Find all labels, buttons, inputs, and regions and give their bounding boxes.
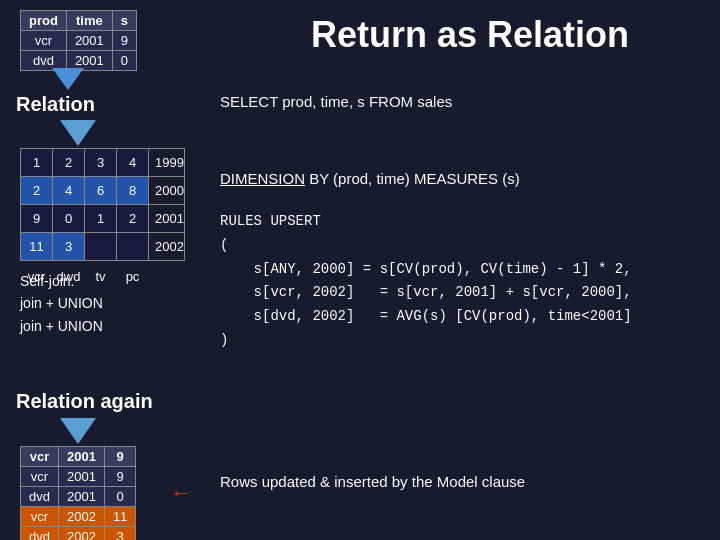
cell: 3 [85, 149, 117, 177]
year-1999: 1999 [149, 149, 185, 177]
cell-2002b: 2002 [58, 527, 104, 541]
cell [85, 233, 117, 261]
axis-pc: pc [117, 261, 149, 289]
cube-row-1999: 1 2 3 4 1999 [21, 149, 185, 177]
cube-grid: 1 2 3 4 1999 2 4 6 8 2000 9 0 1 2 2001 [20, 148, 185, 289]
cell: 0 [53, 205, 85, 233]
cell-0: 0 [104, 487, 135, 507]
cell-dvd-2002: dvd [21, 527, 59, 541]
bottom-row-dvd-2002: dvd 2002 3 [21, 527, 136, 541]
cell: 2 [21, 177, 53, 205]
bottom-table: vcr 2001 9 vcr 2001 9 dvd 2001 0 vcr 200… [20, 446, 136, 540]
cell: 2 [117, 205, 149, 233]
cell-9: 9 [104, 467, 135, 487]
cell-vcr-prod: vcr [21, 31, 67, 51]
cell-vcr-time: 2001 [66, 31, 112, 51]
cube-row-2002: 11 3 2002 [21, 233, 185, 261]
year-2002: 2002 [149, 233, 185, 261]
col-s: s [112, 11, 136, 31]
cell-2001b: 2001 [58, 487, 104, 507]
cell: 11 [21, 233, 53, 261]
cell-vcr: vcr [21, 467, 59, 487]
cell-2002a: 2002 [58, 507, 104, 527]
top-left-table: prod time s vcr 2001 9 dvd 2001 0 [20, 10, 137, 71]
cell: 6 [85, 177, 117, 205]
relation-again-label: Relation again [16, 390, 153, 413]
col-time: time [66, 11, 112, 31]
dimension-line: DIMENSION BY (prod, time) MEASURES (s) [220, 170, 520, 187]
cell-11: 11 [104, 507, 135, 527]
cube-row-2001: 9 0 1 2 2001 [21, 205, 185, 233]
selfjoin-line-3: join + UNION [20, 315, 103, 337]
arrow-relation-icon [60, 120, 96, 146]
rules-block: RULES UPSERT ( s[ANY, 2000] = s[CV(prod)… [220, 210, 632, 353]
dimension-keyword: DIMENSION [220, 170, 305, 187]
selfjoin-line-2: join + UNION [20, 292, 103, 314]
dimension-rest: BY (prod, time) MEASURES (s) [305, 170, 520, 187]
rows-updated-text: Rows updated & inserted by the Model cla… [220, 473, 525, 490]
selfjoin-line-1: Self-join. [20, 270, 103, 292]
bottom-row-vcr-2001: vcr 2001 9 [21, 467, 136, 487]
cube-table: 1 2 3 4 1999 2 4 6 8 2000 9 0 1 2 2001 [20, 148, 185, 289]
rules-line-5: s[dvd, 2002] = AVG(s) [CV(prod), time<20… [220, 305, 632, 329]
cell-dvd-s: 0 [112, 51, 136, 71]
bottom-col-s: 9 [104, 447, 135, 467]
selfjoin-text: Self-join. join + UNION join + UNION [20, 270, 103, 337]
table-row: vcr 2001 9 [21, 31, 137, 51]
cell: 4 [117, 149, 149, 177]
select-line: SELECT prod, time, s FROM sales [220, 93, 452, 110]
col-prod: prod [21, 11, 67, 31]
cell: 9 [21, 205, 53, 233]
cell: 4 [53, 177, 85, 205]
red-arrow-icon: ← [170, 480, 192, 506]
cell: 2 [53, 149, 85, 177]
cell-vcr-s: 9 [112, 31, 136, 51]
arrow-down-icon [52, 68, 84, 90]
relation-label: Relation [16, 93, 95, 116]
rules-line-3: s[ANY, 2000] = s[CV(prod), CV(time) - 1]… [220, 258, 632, 282]
page-title: Return as Relation [311, 14, 629, 56]
bottom-row-dvd-2001: dvd 2001 0 [21, 487, 136, 507]
bottom-col-time: 2001 [58, 447, 104, 467]
rules-line-1: RULES UPSERT [220, 210, 632, 234]
cell-vcr-2002: vcr [21, 507, 59, 527]
rules-line-6: ) [220, 329, 632, 353]
cube-row-2000: 2 4 6 8 2000 [21, 177, 185, 205]
cell: 1 [21, 149, 53, 177]
cell-2001: 2001 [58, 467, 104, 487]
bottom-row-vcr-2002: vcr 2002 11 [21, 507, 136, 527]
cell-3: 3 [104, 527, 135, 541]
rules-line-4: s[vcr, 2002] = s[vcr, 2001] + s[vcr, 200… [220, 281, 632, 305]
cell: 8 [117, 177, 149, 205]
cell-dvd: dvd [21, 487, 59, 507]
bottom-col-prod: vcr [21, 447, 59, 467]
year-2000: 2000 [149, 177, 185, 205]
header: Return as Relation [220, 0, 720, 70]
cell: 3 [53, 233, 85, 261]
cell [117, 233, 149, 261]
year-2001: 2001 [149, 205, 185, 233]
cell: 1 [85, 205, 117, 233]
arrow-relation-again-icon [60, 418, 96, 444]
rules-line-2: ( [220, 234, 632, 258]
